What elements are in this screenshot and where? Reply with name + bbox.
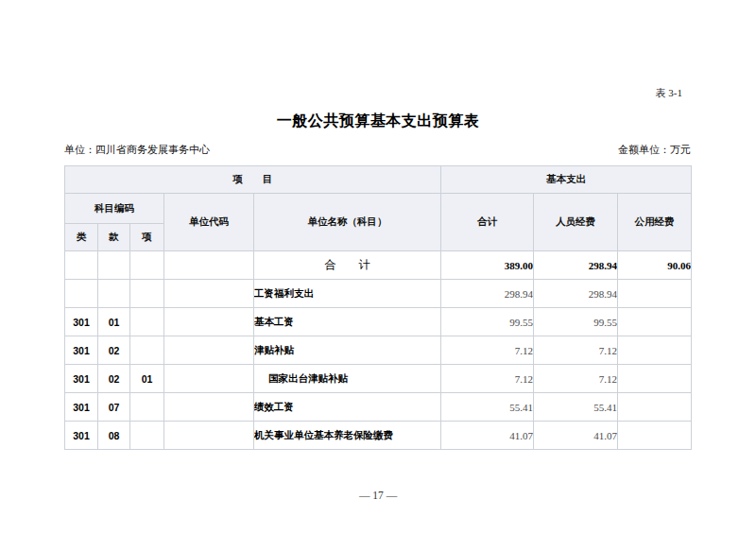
table-row: 合 计 389.00 298.94 90.06	[65, 251, 692, 280]
cell-kuan: 08	[98, 422, 130, 450]
cell-unit-code	[164, 393, 254, 422]
table-row: 301 01 基本工资 99.55 99.55	[65, 308, 692, 336]
header-basic-expenditure: 基本支出	[441, 166, 692, 194]
cell-class: 301	[65, 365, 98, 393]
cell-unit-name: 绩效工资	[254, 393, 441, 422]
header-xiang: 项	[130, 224, 164, 251]
cell-total: 99.55	[441, 308, 534, 336]
cell-class: 301	[65, 393, 98, 422]
cell-unit-code	[164, 280, 254, 308]
table-row: 301 02 01 国家出台津贴补贴 7.12 7.12	[65, 365, 692, 393]
cell-personnel: 298.94	[534, 280, 618, 308]
amount-unit-label: 金额单位：万元	[618, 143, 691, 157]
cell-kuan: 01	[98, 308, 130, 336]
page-number: — 17 —	[0, 490, 756, 501]
cell-public: 90.06	[618, 251, 692, 280]
cell-unit-name: 工资福利支出	[254, 280, 441, 308]
cell-xiang	[130, 422, 164, 450]
budget-table: 项 目 基本支出 科目编码 单位代码 单位名称（科目） 合计 人员经费 公用经费…	[64, 165, 692, 450]
header-kuan: 款	[98, 224, 130, 251]
cell-class	[65, 251, 98, 280]
cell-unit-name: 国家出台津贴补贴	[254, 365, 441, 393]
cell-total: 7.12	[441, 336, 534, 365]
table-body: 合 计 389.00 298.94 90.06 工资福利支出 298.94 29…	[65, 251, 692, 450]
cell-unit-code	[164, 365, 254, 393]
cell-unit-code	[164, 308, 254, 336]
cell-personnel: 99.55	[534, 308, 618, 336]
header-public-funds: 公用经费	[618, 194, 692, 251]
header-row-project: 项 目 基本支出	[65, 166, 692, 194]
header-unit-code: 单位代码	[164, 194, 254, 251]
cell-class: 301	[65, 336, 98, 365]
cell-public	[618, 422, 692, 450]
cell-xiang	[130, 393, 164, 422]
cell-class	[65, 280, 98, 308]
table-row: 301 08 机关事业单位基本养老保险缴费 41.07 41.07	[65, 422, 692, 450]
table-tag: 表 3-1	[656, 86, 682, 100]
header-total: 合计	[441, 194, 534, 251]
cell-unit-name: 合 计	[254, 251, 441, 280]
header-class: 类	[65, 224, 98, 251]
cell-xiang	[130, 336, 164, 365]
table-row: 工资福利支出 298.94 298.94	[65, 280, 692, 308]
cell-unit-code	[164, 336, 254, 365]
cell-public	[618, 393, 692, 422]
cell-total: 41.07	[441, 422, 534, 450]
cell-personnel: 7.12	[534, 365, 618, 393]
meta-row: 单位：四川省商务发展事务中心 金额单位：万元	[64, 143, 691, 157]
cell-total: 7.12	[441, 365, 534, 393]
cell-kuan: 02	[98, 365, 130, 393]
header-personnel-funds: 人员经费	[534, 194, 618, 251]
cell-xiang	[130, 251, 164, 280]
table-header: 项 目 基本支出 科目编码 单位代码 单位名称（科目） 合计 人员经费 公用经费…	[65, 166, 692, 251]
cell-unit-name: 津贴补贴	[254, 336, 441, 365]
cell-personnel: 55.41	[534, 393, 618, 422]
page-title: 一般公共预算基本支出预算表	[0, 112, 756, 131]
cell-class: 301	[65, 308, 98, 336]
cell-kuan	[98, 251, 130, 280]
cell-personnel: 298.94	[534, 251, 618, 280]
cell-public	[618, 308, 692, 336]
header-subject-code: 科目编码	[65, 194, 164, 224]
table-row: 301 07 绩效工资 55.41 55.41	[65, 393, 692, 422]
cell-xiang	[130, 308, 164, 336]
unit-label: 单位：四川省商务发展事务中心	[64, 143, 210, 157]
cell-class: 301	[65, 422, 98, 450]
cell-xiang: 01	[130, 365, 164, 393]
cell-personnel: 41.07	[534, 422, 618, 450]
cell-unit-name: 机关事业单位基本养老保险缴费	[254, 422, 441, 450]
cell-unit-code	[164, 251, 254, 280]
cell-public	[618, 365, 692, 393]
cell-kuan	[98, 280, 130, 308]
header-project: 项 目	[65, 166, 441, 194]
header-row-groups: 科目编码 单位代码 单位名称（科目） 合计 人员经费 公用经费	[65, 194, 692, 224]
cell-total: 298.94	[441, 280, 534, 308]
cell-unit-code	[164, 422, 254, 450]
cell-public	[618, 336, 692, 365]
cell-unit-name: 基本工资	[254, 308, 441, 336]
cell-total: 55.41	[441, 393, 534, 422]
cell-kuan: 07	[98, 393, 130, 422]
cell-xiang	[130, 280, 164, 308]
document-page: 表 3-1 一般公共预算基本支出预算表 单位：四川省商务发展事务中心 金额单位：…	[0, 0, 756, 534]
cell-public	[618, 280, 692, 308]
cell-personnel: 7.12	[534, 336, 618, 365]
cell-total: 389.00	[441, 251, 534, 280]
header-unit-name: 单位名称（科目）	[254, 194, 441, 251]
table-row: 301 02 津贴补贴 7.12 7.12	[65, 336, 692, 365]
cell-kuan: 02	[98, 336, 130, 365]
